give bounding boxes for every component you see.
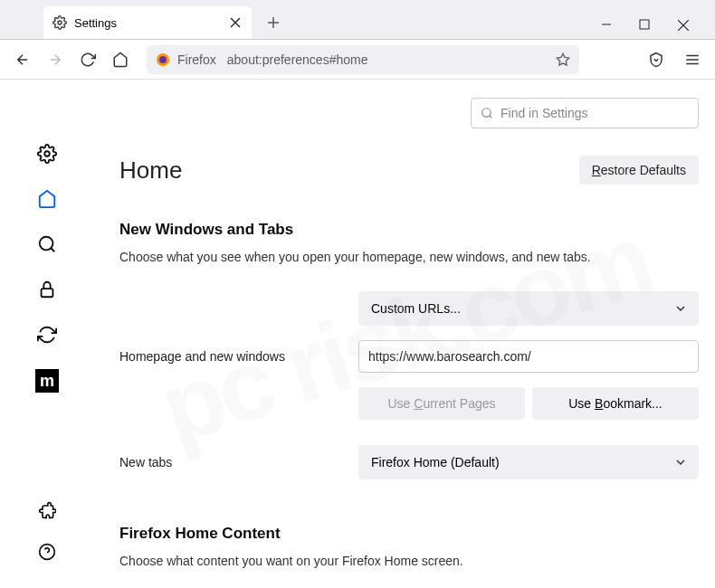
sidebar-extensions-icon[interactable] [36, 499, 58, 521]
sidebar-sync-icon[interactable] [36, 324, 58, 346]
find-settings-input[interactable]: Find in Settings [471, 98, 699, 128]
tab-title: Settings [74, 16, 221, 30]
svg-point-5 [44, 151, 50, 156]
browser-tab[interactable]: Settings [43, 6, 252, 39]
main-panel: Find in Settings Home Restore Defaults N… [94, 80, 715, 588]
page-title: Home [119, 156, 182, 185]
firefox-icon [156, 52, 170, 67]
close-tab-icon[interactable] [228, 15, 243, 30]
use-current-pages-button[interactable]: Use Current Pages [358, 387, 525, 420]
url-bar[interactable]: Firefox about:preferences#home [147, 45, 579, 74]
svg-point-6 [40, 237, 53, 251]
home-button[interactable] [107, 46, 134, 73]
content-area: m Find in Settings Home Restore Defaults… [0, 80, 715, 588]
chevron-down-icon [675, 303, 686, 314]
bookmark-star-icon[interactable] [556, 52, 570, 67]
sidebar: m [0, 80, 94, 588]
newtabs-label: New tabs [119, 455, 358, 469]
homepage-mode-dropdown[interactable]: Custom URLs... [358, 291, 699, 326]
url-prefix: Firefox [177, 52, 216, 67]
restore-defaults-button[interactable]: Restore Defaults [579, 156, 699, 185]
section-desc-home-content: Choose what content you want on your Fir… [119, 554, 699, 568]
sidebar-home-icon[interactable] [36, 188, 58, 210]
chevron-down-icon [675, 457, 686, 468]
sidebar-more-icon[interactable]: m [35, 369, 59, 393]
svg-marker-4 [557, 53, 568, 65]
dropdown-value: Custom URLs... [371, 301, 461, 316]
gear-icon [52, 15, 67, 30]
homepage-label: Homepage and new windows [119, 349, 358, 364]
close-window-button[interactable] [677, 19, 699, 32]
section-heading-windows-tabs: New Windows and Tabs [119, 221, 699, 239]
new-tab-button[interactable] [261, 10, 286, 35]
svg-rect-1 [640, 20, 649, 29]
reload-button[interactable] [74, 46, 101, 73]
search-icon [481, 107, 493, 119]
menu-button[interactable] [679, 46, 706, 73]
title-bar: Settings [0, 0, 715, 40]
use-bookmark-button[interactable]: Use Bookmark... [532, 387, 699, 420]
dropdown-value: Firefox Home (Default) [371, 455, 500, 469]
sidebar-privacy-icon[interactable] [36, 279, 58, 300]
sidebar-help-icon[interactable] [36, 541, 58, 563]
pocket-button[interactable] [643, 46, 670, 73]
watermark: pc risk.com [148, 202, 662, 467]
forward-button[interactable] [42, 46, 69, 73]
minimize-button[interactable] [601, 19, 623, 32]
svg-point-9 [482, 109, 491, 117]
navigation-bar: Firefox about:preferences#home [0, 40, 715, 80]
sidebar-search-icon[interactable] [36, 233, 58, 255]
sidebar-general-icon[interactable] [36, 143, 58, 165]
back-button[interactable] [9, 46, 36, 73]
find-placeholder: Find in Settings [500, 106, 588, 120]
section-desc-windows-tabs: Choose what you see when you open your h… [119, 250, 699, 264]
svg-point-3 [159, 56, 167, 63]
svg-rect-7 [42, 289, 53, 297]
svg-point-0 [58, 21, 62, 24]
section-heading-home-content: Firefox Home Content [119, 525, 699, 543]
window-controls [601, 19, 715, 39]
newtabs-dropdown[interactable]: Firefox Home (Default) [358, 445, 699, 479]
url-text: about:preferences#home [227, 52, 368, 67]
maximize-button[interactable] [639, 19, 661, 32]
homepage-url-input[interactable] [358, 340, 699, 373]
